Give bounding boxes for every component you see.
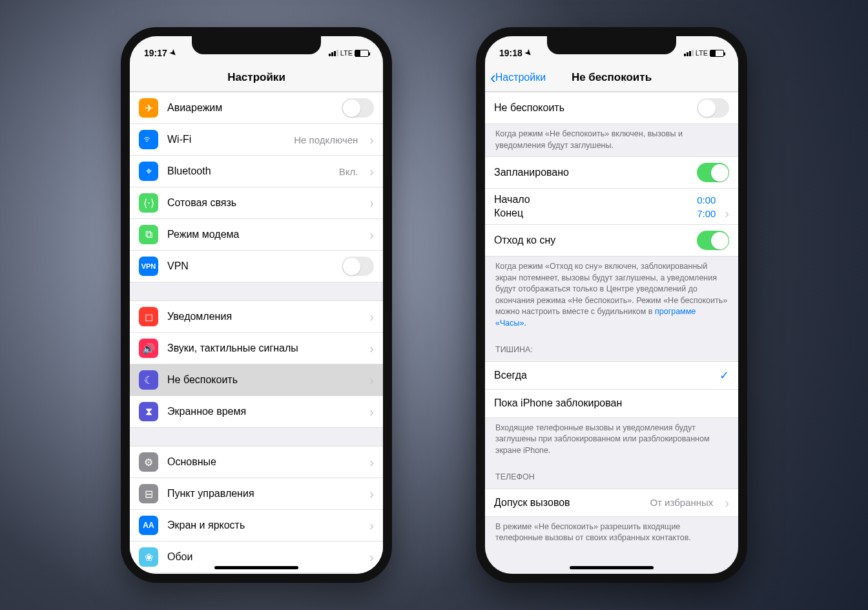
status-time: 19:18	[499, 48, 522, 58]
settings-row-display[interactable]: AAЭкран и яркость›	[130, 510, 383, 542]
settings-row-do-not-disturb[interactable]: ☾Не беспокоить›	[130, 364, 383, 396]
settings-row-siri[interactable]: ◎Siri и Поиск›	[130, 573, 383, 574]
screen-time-icon: ⧗	[139, 402, 158, 421]
row-label: Отход ко сну	[494, 235, 688, 246]
sounds-icon: 🔊	[139, 339, 158, 358]
dnd-footer: Когда режим «Не беспокоить» включен, выз…	[485, 124, 738, 156]
row-label: Пункт управления	[167, 488, 358, 500]
settings-list[interactable]: ✈АвиарежимᯤWi-FiНе подключен›⌖BluetoothВ…	[130, 92, 383, 574]
phone-dnd: 19:18 ➤ LTE ‹ Настройки Не беспокоить Не…	[476, 27, 747, 583]
dnd-toggle[interactable]	[697, 98, 729, 118]
bedtime-toggle-row[interactable]: Отход ко сну	[485, 225, 738, 257]
page-title: Не беспокоить	[572, 71, 652, 84]
signal-icon	[684, 50, 694, 56]
row-label: Не беспокоить	[494, 102, 688, 114]
bedtime-toggle[interactable]	[697, 231, 729, 250]
hotspot-icon: ⧉	[139, 225, 158, 244]
wallpaper-icon: ❀	[139, 547, 158, 567]
settings-row-hotspot[interactable]: ⧉Режим модема›	[130, 219, 383, 251]
row-label: Пока iPhone заблокирован	[494, 397, 729, 409]
wifi-icon: ᯤ	[139, 130, 158, 149]
chevron-right-icon: ›	[369, 487, 374, 500]
airplane-mode-toggle[interactable]	[342, 98, 374, 118]
settings-row-airplane-mode[interactable]: ✈Авиарежим	[130, 92, 383, 124]
row-label: Основные	[167, 456, 358, 468]
allow-calls-row[interactable]: Допуск вызовов От избранных ›	[485, 489, 738, 517]
scheduled-toggle[interactable]	[697, 163, 729, 182]
nav-bar: Настройки	[130, 63, 383, 92]
notch	[547, 35, 676, 54]
nav-bar: ‹ Настройки Не беспокоить	[485, 63, 738, 92]
row-value: Вкл.	[339, 166, 358, 177]
notch	[192, 35, 321, 54]
location-icon: ➤	[522, 48, 533, 59]
row-label: Сотовая связь	[167, 197, 358, 209]
location-icon: ➤	[167, 48, 178, 59]
row-label: Bluetooth	[167, 165, 330, 177]
silence-locked-row[interactable]: Пока iPhone заблокирован	[485, 390, 738, 418]
time-end-label: Конец	[494, 207, 523, 219]
phone-header: ТЕЛЕФОН	[485, 461, 738, 489]
battery-icon	[355, 50, 369, 57]
silence-always-row[interactable]: Всегда ✓	[485, 361, 738, 390]
row-label: VPN	[167, 260, 333, 272]
settings-row-cellular[interactable]: ⟨⋅⟩Сотовая связь›	[130, 187, 383, 219]
chevron-right-icon: ›	[369, 310, 374, 323]
row-label: Всегда	[494, 370, 710, 381]
row-label: Авиарежим	[167, 102, 333, 114]
chevron-right-icon: ›	[369, 456, 374, 468]
status-time: 19:17	[144, 48, 167, 58]
cellular-icon: ⟨⋅⟩	[139, 193, 158, 213]
airplane-mode-icon: ✈	[139, 98, 158, 118]
chevron-right-icon: ›	[369, 405, 374, 418]
settings-row-sounds[interactable]: 🔊Звуки, тактильные сигналы›	[130, 333, 383, 364]
scheduled-toggle-row[interactable]: Запланировано	[485, 156, 738, 189]
chevron-right-icon: ›	[369, 373, 374, 386]
time-end-value: 7:00	[697, 208, 716, 219]
settings-row-screen-time[interactable]: ⧗Экранное время›	[130, 396, 383, 428]
page-title: Настройки	[227, 71, 285, 84]
display-icon: AA	[139, 516, 158, 535]
control-center-icon: ⊟	[139, 484, 158, 503]
row-label: Экранное время	[167, 406, 358, 417]
network-label: LTE	[696, 49, 708, 57]
back-label: Настройки	[495, 72, 546, 83]
chevron-right-icon: ›	[369, 342, 374, 355]
chevron-right-icon: ›	[369, 133, 374, 146]
settings-row-general[interactable]: ⚙Основные›	[130, 446, 383, 478]
back-button[interactable]: ‹ Настройки	[490, 69, 546, 86]
phone-settings: 19:17 ➤ LTE Настройки ✈АвиарежимᯤWi-FiНе…	[121, 27, 392, 583]
chevron-right-icon: ›	[369, 196, 374, 209]
settings-row-bluetooth[interactable]: ⌖BluetoothВкл.›	[130, 156, 383, 187]
chevron-right-icon: ›	[369, 519, 374, 532]
time-start-value: 0:00	[697, 195, 716, 205]
row-label: Не беспокоить	[167, 374, 358, 386]
row-label: Уведомления	[167, 311, 358, 322]
dnd-settings[interactable]: Не беспокоить Когда режим «Не беспокоить…	[485, 92, 738, 574]
row-label: Допуск вызовов	[494, 497, 641, 509]
settings-row-vpn[interactable]: VPNVPN	[130, 251, 383, 282]
settings-row-wifi[interactable]: ᯤWi-FiНе подключен›	[130, 124, 383, 156]
row-label: Звуки, тактильные сигналы	[167, 342, 358, 354]
chevron-right-icon: ›	[725, 496, 729, 509]
bedtime-footer: Когда режим «Отход ко сну» включен, забл…	[485, 257, 738, 334]
notifications-icon: ◻	[139, 307, 158, 326]
row-label: Экран и яркость	[167, 520, 358, 531]
settings-row-notifications[interactable]: ◻Уведомления›	[130, 300, 383, 333]
silence-header: ТИШИНА:	[485, 334, 738, 361]
row-label: Wi-Fi	[167, 134, 285, 145]
home-indicator[interactable]	[214, 566, 298, 569]
network-label: LTE	[340, 49, 353, 57]
chevron-right-icon: ›	[369, 165, 374, 178]
time-start-label: Начало	[494, 194, 530, 205]
vpn-toggle[interactable]	[342, 257, 374, 276]
settings-row-control-center[interactable]: ⊟Пункт управления›	[130, 478, 383, 510]
dnd-toggle-row[interactable]: Не беспокоить	[485, 92, 738, 124]
silence-footer: Входящие телефонные вызовы и уведомления…	[485, 418, 738, 462]
allow-calls-footer: В режиме «Не беспокоить» разрешить входя…	[485, 517, 738, 549]
chevron-right-icon: ›	[725, 207, 729, 220]
chevron-right-icon: ›	[369, 551, 374, 563]
do-not-disturb-icon: ☾	[139, 370, 158, 390]
schedule-time-row[interactable]: Начало 0:00 › Конец 7:00 ›	[485, 189, 738, 225]
home-indicator[interactable]	[570, 566, 654, 569]
